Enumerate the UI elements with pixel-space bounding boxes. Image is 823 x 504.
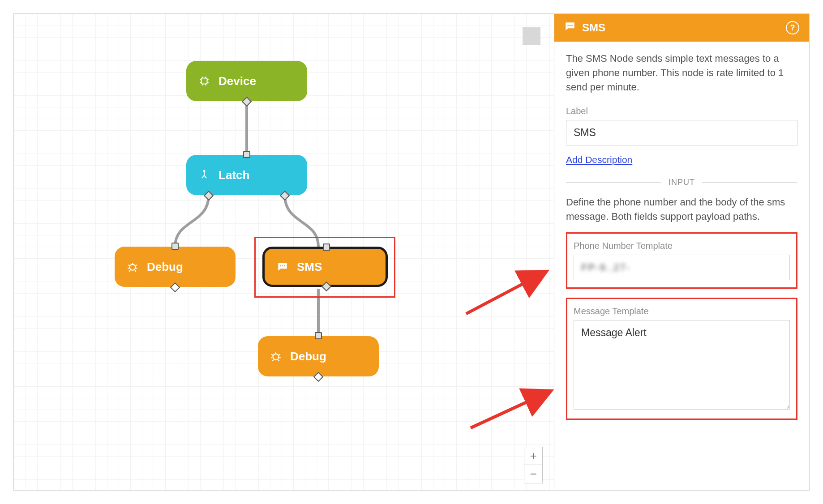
node-label: Debug [147,260,183,274]
svg-point-2 [130,265,136,270]
workflow-canvas[interactable]: Device Latch Debug [14,14,554,490]
output-port[interactable] [321,282,332,292]
svg-point-9 [571,25,573,26]
svg-rect-0 [201,78,207,84]
svg-point-3 [280,265,281,266]
add-description-link[interactable]: Add Description [566,154,632,165]
bug-icon [126,261,139,273]
chip-icon [198,75,210,87]
phone-label: Phone Number Template [574,241,790,251]
output-port[interactable] [313,372,324,382]
message-textarea[interactable] [574,320,790,410]
panel-description: The SMS Node sends simple text messages … [566,51,797,94]
zoom-in-button[interactable]: + [524,447,542,465]
svg-point-5 [284,265,285,266]
input-section-divider: INPUT [566,178,797,187]
input-section-description: Define the phone number and the body of … [566,195,797,224]
svg-point-1 [204,171,205,172]
properties-panel: SMS ? The SMS Node sends simple text mes… [554,14,809,490]
message-template-group: Message Template [566,298,797,420]
input-port[interactable] [243,151,250,158]
svg-point-7 [567,25,569,26]
svg-point-4 [282,265,283,266]
sms-icon [276,261,289,273]
label-field-label: Label [566,106,797,116]
annotation-arrow-2 [468,385,554,430]
annotation-arrow-1 [462,265,554,318]
phone-input[interactable]: FP-9..27- [574,255,790,280]
input-heading: INPUT [661,178,702,187]
node-label: Latch [219,168,249,182]
output-port[interactable] [242,97,252,107]
svg-point-8 [570,25,571,26]
output-port-right[interactable] [280,191,290,201]
node-latch[interactable]: Latch [186,155,307,195]
app-frame: Device Latch Debug [13,13,810,491]
phone-number-group: Phone Number Template FP-9..27- [566,232,797,289]
phone-value-obscured: FP-9..27- [581,262,630,273]
canvas-corner-button[interactable] [523,27,540,45]
input-port[interactable] [171,243,179,250]
bug-icon [270,350,282,363]
panel-header: SMS ? [554,14,809,42]
panel-title: SMS [582,21,605,34]
node-device[interactable]: Device [186,61,307,101]
output-port[interactable] [170,282,180,293]
svg-point-6 [273,354,279,360]
panel-body: The SMS Node sends simple text messages … [554,42,809,430]
label-input[interactable] [566,120,797,145]
node-label: SMS [297,260,322,274]
node-label: Device [219,74,256,88]
node-sms[interactable]: SMS [262,247,388,287]
output-port-left[interactable] [204,191,214,201]
input-port[interactable] [323,243,330,251]
sms-icon [564,21,576,35]
merge-icon [198,169,210,181]
zoom-out-button[interactable]: − [524,465,542,483]
node-debug-1[interactable]: Debug [115,247,236,287]
input-port[interactable] [315,332,322,339]
node-debug-2[interactable]: Debug [258,336,379,376]
help-icon[interactable]: ? [786,21,799,34]
message-label: Message Template [574,306,790,316]
node-label: Debug [290,350,326,363]
zoom-controls: + − [524,447,543,483]
